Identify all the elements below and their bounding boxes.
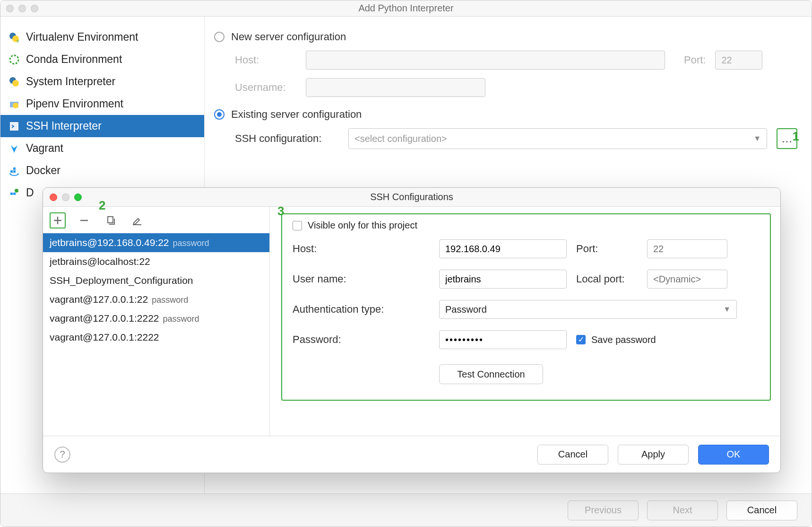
svg-rect-11 [13, 167, 16, 170]
ssh-port-label: Port: [576, 243, 647, 255]
username-label: Username: [235, 81, 296, 94]
ssh-username-label: User name: [293, 273, 439, 285]
window-title: Add Python Interpreter [0, 3, 812, 14]
svg-point-14 [15, 189, 18, 193]
ssh-list-item[interactable]: jetbrains@192.168.0.49:22password [43, 233, 269, 252]
python-v-icon: v [9, 32, 19, 43]
sidebar-item-label: Pipenv Environment [26, 97, 123, 110]
existing-server-radio[interactable] [214, 109, 225, 120]
ssh-config-label: SSH configuration: [235, 132, 339, 145]
ssh-config-form-panel: 3 Visible only for this project Host: Po… [270, 207, 780, 436]
ssh-config-placeholder: <select configuration> [354, 133, 447, 144]
ssh-host-input[interactable] [439, 239, 567, 258]
ssh-username-input[interactable] [439, 270, 567, 289]
ssh-icon [9, 121, 19, 132]
cancel-button[interactable]: Cancel [726, 501, 797, 520]
wizard-footer: Previous Next Cancel [0, 493, 812, 527]
visible-only-label: Visible only for this project [308, 220, 417, 231]
sidebar-item-vagrant[interactable]: Vagrant [0, 137, 204, 159]
ssh-list-item-hint: password [173, 238, 209, 248]
ssh-list-item[interactable]: vagrant@127.0.0.1:22password [43, 290, 269, 309]
svg-rect-12 [10, 193, 13, 195]
svg-point-5 [12, 80, 19, 87]
ssh-port-input[interactable] [647, 239, 727, 258]
vagrant-icon [9, 143, 19, 154]
save-password-label: Save password [591, 334, 656, 345]
username-input [306, 78, 485, 97]
svg-rect-13 [13, 193, 16, 195]
port-label: Port: [684, 54, 706, 66]
copy-config-button[interactable] [103, 212, 119, 228]
ssh-list-item[interactable]: vagrant@127.0.0.1:2222password [43, 309, 269, 328]
remove-config-button[interactable] [76, 212, 92, 228]
sidebar-item-label: D [26, 186, 34, 199]
conda-icon [9, 54, 19, 65]
svg-point-7 [13, 103, 18, 108]
sidebar-item-label: Docker [26, 164, 60, 177]
annotation-1: 1 [793, 129, 799, 144]
svg-rect-15 [108, 217, 113, 223]
ssh-auth-label: Authentication type: [293, 303, 439, 316]
ssh-list-item-label: jetbrains@localhost:22 [50, 256, 150, 267]
ssh-password-input[interactable] [439, 330, 567, 349]
ssh-list-item-hint: password [152, 295, 188, 305]
svg-rect-10 [13, 170, 16, 173]
annotation-3: 3 [277, 204, 284, 219]
sidebar-item-label: System Interpreter [26, 75, 115, 88]
next-button: Next [647, 501, 718, 520]
docker-compose-icon [9, 188, 19, 198]
ssh-host-label: Host: [293, 243, 439, 255]
existing-server-label: Existing server configuration [231, 108, 362, 121]
ssh-list-item-label: vagrant@127.0.0.1:22 [50, 294, 148, 305]
sidebar-item-virtualenv-environment[interactable]: vVirtualenv Environment [0, 26, 204, 48]
ssh-list-item-hint: password [163, 314, 199, 324]
ssh-auth-select[interactable]: Password ▼ [439, 300, 737, 319]
ssh-cancel-button[interactable]: Cancel [537, 445, 608, 465]
ssh-list-item[interactable]: SSH_Deployment_Configuration [43, 271, 269, 290]
ssh-list-item-label: vagrant@127.0.0.1:2222 [50, 332, 159, 343]
sidebar-item-label: SSH Interpreter [26, 120, 102, 132]
edit-config-button[interactable] [129, 212, 145, 228]
ssh-password-label: Password: [293, 334, 439, 346]
test-connection-button[interactable]: Test Connection [439, 364, 543, 384]
sidebar-item-system-interpreter[interactable]: System Interpreter [0, 70, 204, 93]
sidebar-item-label: Conda Environment [26, 53, 122, 66]
ssh-apply-button[interactable]: Apply [618, 445, 689, 465]
add-config-button[interactable] [50, 212, 66, 228]
ssh-titlebar: SSH Configurations [43, 188, 780, 207]
sidebar-item-pipenv-environment[interactable]: Pipenv Environment [0, 93, 204, 115]
ssh-config-list[interactable]: jetbrains@192.168.0.49:22passwordjetbrai… [43, 233, 269, 436]
chevron-down-icon: ▼ [723, 305, 731, 314]
ssh-localport-input[interactable] [647, 270, 727, 289]
visible-only-checkbox[interactable] [293, 221, 302, 230]
ssh-list-item[interactable]: jetbrains@localhost:22 [43, 252, 269, 271]
port-input [715, 51, 762, 70]
ssh-configurations-dialog: SSH Configurations 2 jetbrains@192.168.0… [43, 187, 781, 473]
annotation-2: 2 [99, 198, 105, 213]
svg-point-3 [10, 55, 18, 64]
ssh-config-list-panel: 2 jetbrains@192.168.0.49:22passwordjetbr… [43, 207, 270, 436]
ssh-list-item[interactable]: vagrant@127.0.0.1:2222 [43, 328, 269, 347]
sidebar-item-docker[interactable]: Docker [0, 159, 204, 182]
sidebar-item-ssh-interpreter[interactable]: SSH Interpreter [0, 115, 204, 137]
ssh-list-item-label: jetbrains@192.168.0.49:22 [50, 237, 169, 248]
host-input [306, 51, 665, 70]
main-titlebar: Add Python Interpreter [0, 0, 812, 17]
ssh-list-item-label: vagrant@127.0.0.1:2222 [50, 313, 159, 324]
ssh-localport-label: Local port: [576, 273, 647, 285]
python-icon [9, 77, 19, 87]
save-password-checkbox[interactable] [576, 335, 586, 344]
ssh-dialog-title: SSH Configurations [43, 192, 780, 202]
ssh-config-select[interactable]: <select configuration> ▼ [348, 128, 767, 149]
sidebar-item-label: Vagrant [26, 142, 63, 155]
pipenv-icon [9, 99, 19, 109]
ssh-auth-value: Password [445, 304, 487, 315]
ssh-ok-button[interactable]: OK [698, 445, 769, 465]
sidebar-item-conda-environment[interactable]: Conda Environment [0, 48, 204, 70]
help-button[interactable]: ? [54, 447, 70, 463]
host-label: Host: [235, 54, 296, 66]
ssh-list-item-label: SSH_Deployment_Configuration [50, 275, 193, 286]
previous-button: Previous [568, 501, 639, 520]
new-server-radio[interactable] [214, 32, 225, 42]
docker-icon [9, 166, 19, 176]
